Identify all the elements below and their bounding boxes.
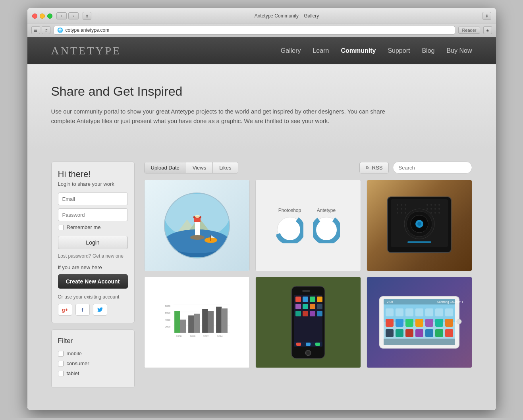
filter-item-mobile: mobile [58,351,128,356]
tab-likes[interactable]: Likes [213,162,237,173]
gallery-card-tablet[interactable]: 2:00 Samsung GALAXY Tab3 Series [367,277,472,368]
svg-point-28 [397,212,398,214]
login-subtitle: Login to share your work [58,181,128,187]
facebook-login-button[interactable]: f [75,304,90,316]
login-button[interactable]: Login [58,236,128,249]
svg-rect-59 [180,320,186,333]
secure-icon: 🌐 [57,27,63,33]
google-login-button[interactable]: g+ [58,304,72,316]
remember-checkbox[interactable] [58,225,64,230]
nav-buynow[interactable]: Buy Now [446,47,472,54]
tab-upload-date[interactable]: Upload Date [145,162,186,173]
gallery-card-phone[interactable] [255,277,361,368]
svg-rect-106 [386,319,394,327]
search-input[interactable] [393,162,472,173]
svg-rect-65 [222,308,228,333]
svg-rect-13 [210,235,211,241]
sidebar: Hi there! Login to share your work Remem… [51,162,135,394]
traffic-lights [32,13,52,19]
gallery-grid: Photoshop Antetype [144,180,472,368]
nav-blog[interactable]: Blog [422,47,434,54]
svg-text:2:00: 2:00 [387,300,393,304]
minimize-button[interactable] [40,13,45,19]
lost-password-link[interactable]: Lost password? Get a new one [58,253,128,259]
sort-tab-group: Upload Date Views Likes [144,162,238,173]
nav-learn[interactable]: Learn [313,47,329,54]
svg-text:2010: 2010 [190,335,195,337]
svg-rect-89 [315,343,320,346]
svg-point-33 [434,204,436,206]
gallery-area: Upload Date Views Likes RSS [144,162,472,394]
card-lighthouse-inner [145,180,249,271]
svg-rect-60 [188,316,194,333]
svg-point-22 [397,204,398,206]
svg-rect-85 [317,311,322,316]
svg-point-26 [401,208,402,210]
svg-rect-81 [317,304,322,309]
site-nav: ANTETYPE Gallery Learn Community Support… [27,37,496,64]
gallery-card-comparison[interactable]: Photoshop Antetype [255,180,361,271]
svg-rect-118 [435,329,443,337]
filter-tablet-label: tablet [67,370,79,376]
password-field[interactable] [58,208,128,221]
svg-rect-101 [405,308,413,316]
svg-rect-72 [302,290,310,292]
reader-button[interactable]: Reader [458,27,480,34]
svg-rect-73 [294,295,322,347]
svg-rect-84 [310,311,315,316]
nav-support[interactable]: Support [388,47,410,54]
hero-section: Share and Get Inspired Use our community… [27,64,496,150]
svg-point-35 [427,208,428,210]
svg-rect-88 [306,343,311,346]
email-field[interactable] [58,193,128,205]
rss-button[interactable]: RSS [359,162,389,173]
svg-point-91 [307,351,310,354]
svg-text:6000: 6000 [165,311,170,314]
tab-views[interactable]: Views [186,162,213,173]
filter-tablet-checkbox[interactable] [58,371,64,376]
gallery-card-lighthouse[interactable] [144,180,250,271]
sidebar-toggle-icon[interactable]: ☰ [31,26,40,34]
hero-description: Use our community portal to show your gr… [51,107,409,126]
share-icon[interactable]: ⬆ [83,12,91,20]
nav-gallery[interactable]: Gallery [281,47,301,54]
svg-rect-119 [445,329,453,337]
photoshop-col: Photoshop [276,208,303,243]
svg-point-36 [430,208,432,210]
bookmarks-icon[interactable]: ◈ [483,26,492,34]
maximize-button[interactable] [47,13,52,19]
filter-title: Filter [58,337,128,345]
svg-point-41 [434,212,436,214]
svg-rect-76 [310,297,315,302]
svg-rect-115 [405,329,413,337]
download-icon[interactable]: ⬇ [482,12,491,20]
site-logo[interactable]: ANTETYPE [51,44,122,57]
nav-community[interactable]: Community [341,47,376,54]
chart-svg: 8000 6000 4000 2000 [157,291,237,354]
svg-point-10 [195,215,200,218]
svg-rect-117 [425,329,433,337]
browser-title: Antetype Community – Gallery [95,13,479,19]
close-button[interactable] [32,13,37,19]
reload-icon[interactable]: ↺ [42,26,50,34]
filter-mobile-checkbox[interactable] [58,351,64,356]
back-button[interactable]: ‹ [56,12,67,19]
filter-consumer-checkbox[interactable] [58,361,64,366]
svg-point-47 [417,222,421,226]
svg-rect-100 [396,308,403,316]
antetype-label: Antetype [317,208,336,213]
svg-point-24 [405,204,406,206]
card-chart-inner: 8000 6000 4000 2000 [145,277,249,368]
create-account-button[interactable]: Create New Account [58,274,128,289]
address-field[interactable]: 🌐 cotype.antetype.com [54,26,455,35]
twitter-login-button[interactable] [93,304,107,316]
svg-rect-82 [295,311,301,316]
gallery-card-speaker[interactable] [367,180,472,271]
svg-rect-87 [296,343,301,346]
or-existing-text: Or use your exisiting account [58,294,128,300]
gallery-card-chart[interactable]: 8000 6000 4000 2000 [144,277,250,368]
svg-point-38 [438,208,440,210]
forward-button[interactable]: › [68,12,79,19]
login-box: Hi there! Login to share your work Remem… [51,162,135,323]
svg-rect-63 [208,311,214,333]
